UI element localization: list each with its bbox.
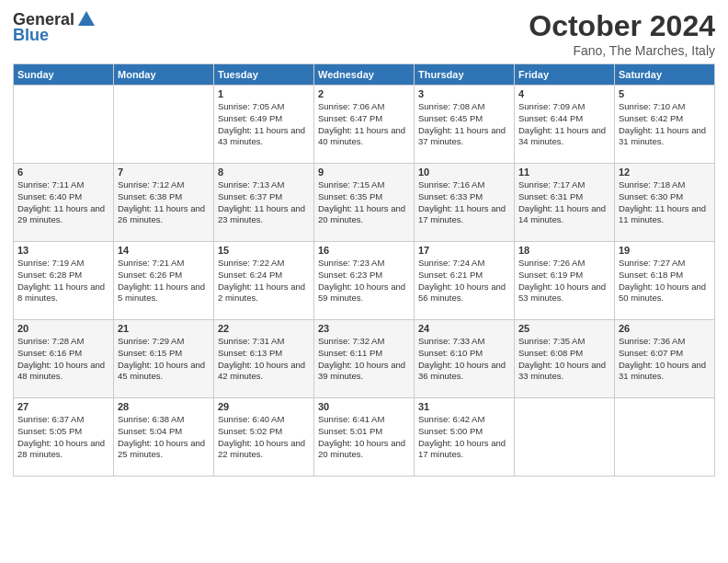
sunrise: Sunrise: 6:42 AM xyxy=(418,414,484,424)
day-number: 26 xyxy=(619,323,711,334)
calendar-cell-1-5: 11 Sunrise: 7:17 AM Sunset: 6:31 PM Dayl… xyxy=(515,164,615,242)
col-monday: Monday xyxy=(114,64,214,86)
calendar-cell-3-5: 25 Sunrise: 7:35 AM Sunset: 6:08 PM Dayl… xyxy=(515,320,615,398)
sunset: Sunset: 6:40 PM xyxy=(17,191,82,201)
calendar-cell-1-0: 6 Sunrise: 7:11 AM Sunset: 6:40 PM Dayli… xyxy=(14,164,114,242)
logo-blue: Blue xyxy=(13,26,49,45)
page-container: General Blue October 2024 Fano, The Marc… xyxy=(0,0,728,486)
sunrise: Sunrise: 7:22 AM xyxy=(218,258,284,268)
sunrise: Sunrise: 7:36 AM xyxy=(619,336,685,346)
day-info: Sunrise: 6:41 AM Sunset: 5:01 PM Dayligh… xyxy=(318,414,410,461)
day-number: 25 xyxy=(518,323,610,334)
sunrise: Sunrise: 7:19 AM xyxy=(17,258,84,268)
day-info: Sunrise: 7:11 AM Sunset: 6:40 PM Dayligh… xyxy=(17,179,109,226)
sunrise: Sunrise: 7:16 AM xyxy=(418,179,484,190)
sunset: Sunset: 6:28 PM xyxy=(17,270,82,280)
daylight: Daylight: 10 hours and 17 minutes. xyxy=(418,438,506,460)
day-info: Sunrise: 7:32 AM Sunset: 6:11 PM Dayligh… xyxy=(318,336,410,383)
sunset: Sunset: 5:04 PM xyxy=(118,426,182,436)
calendar-cell-4-3: 30 Sunrise: 6:41 AM Sunset: 5:01 PM Dayl… xyxy=(314,398,415,477)
sunrise: Sunrise: 7:17 AM xyxy=(518,179,585,190)
daylight: Daylight: 10 hours and 53 minutes. xyxy=(518,282,606,304)
calendar-cell-1-2: 8 Sunrise: 7:13 AM Sunset: 6:37 PM Dayli… xyxy=(214,164,314,242)
daylight: Daylight: 10 hours and 36 minutes. xyxy=(418,360,506,382)
daylight: Daylight: 10 hours and 56 minutes. xyxy=(418,282,506,304)
day-number: 15 xyxy=(218,245,310,256)
sunrise: Sunrise: 7:10 AM xyxy=(619,101,685,111)
daylight: Daylight: 11 hours and 23 minutes. xyxy=(218,203,305,225)
calendar-cell-0-6: 5 Sunrise: 7:10 AM Sunset: 6:42 PM Dayli… xyxy=(615,86,715,164)
daylight: Daylight: 10 hours and 48 minutes. xyxy=(17,360,105,382)
day-info: Sunrise: 7:26 AM Sunset: 6:19 PM Dayligh… xyxy=(518,258,610,304)
daylight: Daylight: 10 hours and 22 minutes. xyxy=(218,438,305,460)
sunrise: Sunrise: 7:09 AM xyxy=(518,101,585,111)
day-number: 13 xyxy=(17,245,109,256)
sunset: Sunset: 6:35 PM xyxy=(318,191,382,201)
day-info: Sunrise: 7:08 AM Sunset: 6:45 PM Dayligh… xyxy=(418,101,510,148)
sunrise: Sunrise: 7:28 AM xyxy=(17,336,84,346)
day-number: 5 xyxy=(619,88,711,99)
day-info: Sunrise: 7:12 AM Sunset: 6:38 PM Dayligh… xyxy=(118,179,210,226)
sunrise: Sunrise: 7:21 AM xyxy=(118,258,184,268)
day-number: 2 xyxy=(318,88,410,99)
sunrise: Sunrise: 7:11 AM xyxy=(17,179,84,190)
logo: General Blue xyxy=(13,9,97,45)
day-info: Sunrise: 7:29 AM Sunset: 6:15 PM Dayligh… xyxy=(118,336,210,383)
day-info: Sunrise: 7:35 AM Sunset: 6:08 PM Dayligh… xyxy=(518,336,610,383)
day-info: Sunrise: 7:16 AM Sunset: 6:33 PM Dayligh… xyxy=(418,179,510,226)
col-saturday: Saturday xyxy=(615,64,715,86)
day-info: Sunrise: 7:06 AM Sunset: 6:47 PM Dayligh… xyxy=(318,101,410,148)
day-number: 6 xyxy=(17,167,109,178)
col-tuesday: Tuesday xyxy=(214,64,314,86)
sunset: Sunset: 6:26 PM xyxy=(118,270,182,280)
daylight: Daylight: 10 hours and 28 minutes. xyxy=(17,438,105,460)
day-info: Sunrise: 7:33 AM Sunset: 6:10 PM Dayligh… xyxy=(418,336,510,383)
day-info: Sunrise: 7:28 AM Sunset: 6:16 PM Dayligh… xyxy=(17,336,109,383)
sunrise: Sunrise: 7:29 AM xyxy=(118,336,184,346)
sunrise: Sunrise: 7:31 AM xyxy=(218,336,284,346)
logo-icon xyxy=(76,9,97,29)
daylight: Daylight: 10 hours and 25 minutes. xyxy=(118,438,205,460)
sunset: Sunset: 6:07 PM xyxy=(619,348,683,358)
day-number: 28 xyxy=(118,401,210,412)
calendar-cell-2-1: 14 Sunrise: 7:21 AM Sunset: 6:26 PM Dayl… xyxy=(114,242,214,320)
sunrise: Sunrise: 7:33 AM xyxy=(418,336,484,346)
day-info: Sunrise: 6:37 AM Sunset: 5:05 PM Dayligh… xyxy=(17,414,109,461)
sunrise: Sunrise: 7:12 AM xyxy=(118,179,184,190)
calendar-week-2: 13 Sunrise: 7:19 AM Sunset: 6:28 PM Dayl… xyxy=(14,242,715,320)
calendar-cell-0-2: 1 Sunrise: 7:05 AM Sunset: 6:49 PM Dayli… xyxy=(214,86,314,164)
calendar-cell-3-4: 24 Sunrise: 7:33 AM Sunset: 6:10 PM Dayl… xyxy=(415,320,515,398)
sunset: Sunset: 6:21 PM xyxy=(418,270,483,280)
day-info: Sunrise: 7:27 AM Sunset: 6:18 PM Dayligh… xyxy=(619,258,711,304)
sunset: Sunset: 6:16 PM xyxy=(17,348,82,358)
calendar-cell-1-6: 12 Sunrise: 7:18 AM Sunset: 6:30 PM Dayl… xyxy=(615,164,715,242)
month-title: October 2024 xyxy=(529,9,715,43)
daylight: Daylight: 11 hours and 2 minutes. xyxy=(218,282,305,304)
day-number: 4 xyxy=(518,88,610,99)
calendar-cell-3-3: 23 Sunrise: 7:32 AM Sunset: 6:11 PM Dayl… xyxy=(314,320,415,398)
day-number: 7 xyxy=(118,167,210,178)
calendar-cell-0-1 xyxy=(114,86,214,164)
sunset: Sunset: 6:44 PM xyxy=(518,113,583,123)
day-number: 22 xyxy=(218,323,310,334)
daylight: Daylight: 10 hours and 45 minutes. xyxy=(118,360,205,382)
sunrise: Sunrise: 6:41 AM xyxy=(318,414,384,424)
calendar-cell-1-3: 9 Sunrise: 7:15 AM Sunset: 6:35 PM Dayli… xyxy=(314,164,415,242)
daylight: Daylight: 11 hours and 40 minutes. xyxy=(318,125,405,147)
calendar-cell-2-6: 19 Sunrise: 7:27 AM Sunset: 6:18 PM Dayl… xyxy=(615,242,715,320)
calendar-cell-2-2: 15 Sunrise: 7:22 AM Sunset: 6:24 PM Dayl… xyxy=(214,242,314,320)
sunrise: Sunrise: 7:05 AM xyxy=(218,101,284,111)
day-info: Sunrise: 7:19 AM Sunset: 6:28 PM Dayligh… xyxy=(17,258,109,304)
calendar-cell-4-1: 28 Sunrise: 6:38 AM Sunset: 5:04 PM Dayl… xyxy=(114,398,214,477)
calendar-cell-0-3: 2 Sunrise: 7:06 AM Sunset: 6:47 PM Dayli… xyxy=(314,86,415,164)
sunset: Sunset: 6:47 PM xyxy=(318,113,382,123)
sunset: Sunset: 5:05 PM xyxy=(17,426,82,436)
sunset: Sunset: 6:30 PM xyxy=(619,191,683,201)
daylight: Daylight: 11 hours and 8 minutes. xyxy=(17,282,105,304)
col-wednesday: Wednesday xyxy=(314,64,415,86)
sunrise: Sunrise: 6:37 AM xyxy=(17,414,84,424)
calendar-table: Sunday Monday Tuesday Wednesday Thursday… xyxy=(13,63,715,477)
sunset: Sunset: 6:19 PM xyxy=(518,270,583,280)
sunrise: Sunrise: 7:26 AM xyxy=(518,258,585,268)
day-number: 11 xyxy=(518,167,610,178)
